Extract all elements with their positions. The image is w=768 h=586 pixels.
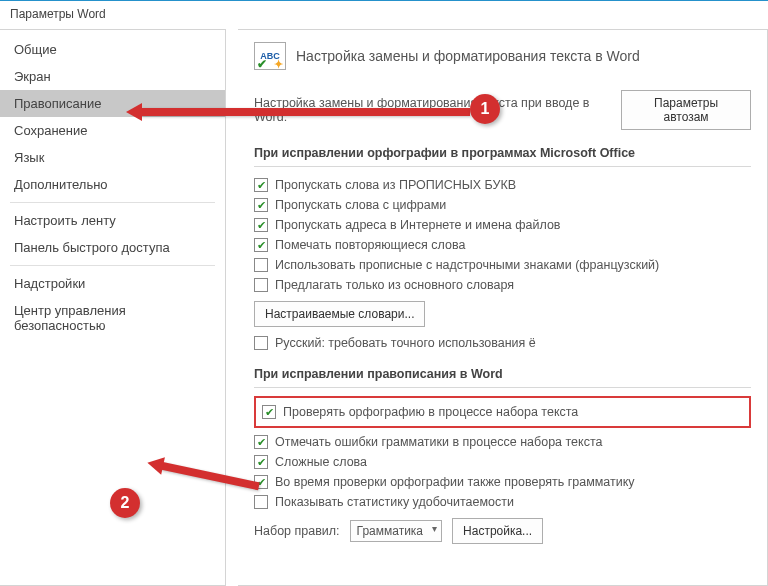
checkbox-label: Показывать статистику удобочитаемости	[275, 495, 514, 509]
checkbox-urls[interactable]: ✔Пропускать адреса в Интернете и имена ф…	[254, 215, 751, 235]
checkbox-readability[interactable]: Показывать статистику удобочитаемости	[254, 492, 751, 512]
sidebar-item-language[interactable]: Язык	[0, 144, 225, 171]
section-word-proofing: При исправлении правописания в Word	[254, 361, 751, 388]
checkbox-repeated[interactable]: ✔Помечать повторяющиеся слова	[254, 235, 751, 255]
checkbox-icon[interactable]: ✔	[254, 435, 268, 449]
checkbox-label: Помечать повторяющиеся слова	[275, 238, 465, 252]
checkbox-russian-yo[interactable]: Русский: требовать точного использования…	[254, 333, 751, 353]
checkbox-uppercase[interactable]: ✔Пропускать слова из ПРОПИСНЫХ БУКВ	[254, 175, 751, 195]
checkbox-icon[interactable]: ✔	[254, 238, 268, 252]
sidebar-item-addins[interactable]: Надстройки	[0, 270, 225, 297]
checkbox-icon[interactable]	[254, 336, 268, 350]
sidebar-divider	[10, 202, 215, 203]
checkbox-label: Пропускать слова с цифрами	[275, 198, 446, 212]
checkbox-icon[interactable]	[254, 278, 268, 292]
checkbox-icon[interactable]: ✔	[262, 405, 276, 419]
checkbox-grammar-with-spell[interactable]: ✔Во время проверки орфографии также пров…	[254, 472, 751, 492]
custom-dictionaries-button[interactable]: Настраиваемые словари...	[254, 301, 425, 327]
window-title: Параметры Word	[0, 1, 768, 29]
panel-title: Настройка замены и форматирования текста…	[296, 48, 640, 64]
sidebar-item-save[interactable]: Сохранение	[0, 117, 225, 144]
checkbox-french-accents[interactable]: Использовать прописные с надстрочными зн…	[254, 255, 751, 275]
checkbox-numbers[interactable]: ✔Пропускать слова с цифрами	[254, 195, 751, 215]
checkbox-icon[interactable]: ✔	[254, 455, 268, 469]
checkbox-label: Проверять орфографию в процессе набора т…	[283, 405, 578, 419]
checkbox-icon[interactable]	[254, 495, 268, 509]
checkbox-label: Пропускать адреса в Интернете и имена фа…	[275, 218, 560, 232]
checkbox-label: Во время проверки орфографии также прове…	[275, 475, 635, 489]
checkbox-grammar-typing[interactable]: ✔Отмечать ошибки грамматики в процессе н…	[254, 432, 751, 452]
sidebar-item-general[interactable]: Общие	[0, 36, 225, 63]
ruleset-label: Набор правил:	[254, 524, 340, 538]
checkbox-label: Русский: требовать точного использования…	[275, 336, 536, 350]
checkbox-spellcheck-typing[interactable]: ✔Проверять орфографию в процессе набора …	[262, 402, 743, 422]
autocorrect-options-button[interactable]: Параметры автозам	[621, 90, 751, 130]
sidebar-divider	[10, 265, 215, 266]
panel-header: ABC✔✦ Настройка замены и форматирования …	[254, 42, 751, 70]
checkbox-label: Предлагать только из основного словаря	[275, 278, 514, 292]
sidebar-item-ribbon[interactable]: Настроить ленту	[0, 207, 225, 234]
checkbox-main-dict[interactable]: Предлагать только из основного словаря	[254, 275, 751, 295]
checkbox-icon[interactable]: ✔	[254, 218, 268, 232]
sidebar-item-qat[interactable]: Панель быстрого доступа	[0, 234, 225, 261]
checkbox-icon[interactable]: ✔	[254, 178, 268, 192]
checkbox-icon[interactable]	[254, 258, 268, 272]
ruleset-dropdown[interactable]: Грамматика	[350, 520, 442, 542]
checkbox-confused-words[interactable]: ✔Сложные слова	[254, 452, 751, 472]
sidebar-item-trustcenter[interactable]: Центр управления безопасностью	[0, 297, 225, 339]
checkbox-label: Сложные слова	[275, 455, 367, 469]
highlighted-option: ✔Проверять орфографию в процессе набора …	[254, 396, 751, 428]
checkbox-label: Отмечать ошибки грамматики в процессе на…	[275, 435, 602, 449]
section-office-proofing: При исправлении орфографии в программах …	[254, 140, 751, 167]
checkbox-icon[interactable]: ✔	[254, 198, 268, 212]
annotation-marker-2: 2	[110, 488, 140, 518]
proofing-icon: ABC✔✦	[254, 42, 286, 70]
sidebar-item-advanced[interactable]: Дополнительно	[0, 171, 225, 198]
sidebar-item-display[interactable]: Экран	[0, 63, 225, 90]
checkbox-label: Пропускать слова из ПРОПИСНЫХ БУКВ	[275, 178, 516, 192]
ruleset-settings-button[interactable]: Настройка...	[452, 518, 543, 544]
annotation-arrow-1	[140, 108, 470, 116]
checkbox-label: Использовать прописные с надстрочными зн…	[275, 258, 659, 272]
annotation-marker-1: 1	[470, 94, 500, 124]
ruleset-row: Набор правил: Грамматика Настройка...	[254, 518, 751, 544]
